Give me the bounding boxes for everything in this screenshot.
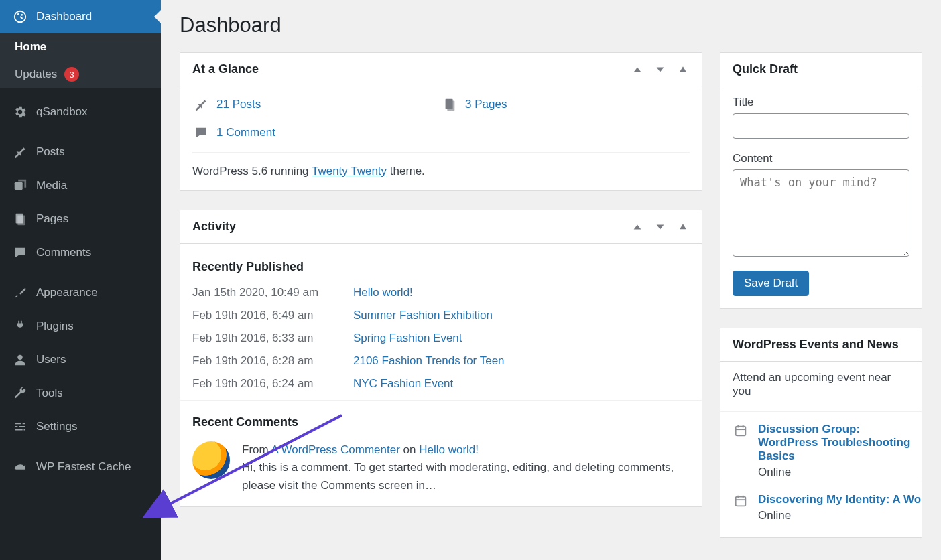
svg-rect-4 [15,182,23,190]
sidebar-item-label: Media [36,179,67,192]
quick-draft-box: Quick Draft Title Content Save Draft [720,52,922,309]
event-location: Online [758,509,921,522]
published-post-link[interactable]: Spring Fashion Event [353,332,462,345]
sidebar-item-label: Tools [36,387,63,400]
sidebar-item-label: WP Fastest Cache [36,460,131,474]
sidebar-item-settings[interactable]: Settings [0,410,161,443]
svg-point-7 [17,355,22,360]
sidebar-item-qsandbox[interactable]: qSandbox [0,95,161,129]
sidebar-item-tools[interactable]: Tools [0,376,161,410]
published-post-link[interactable]: Summer Fashion Exhibition [353,309,493,322]
move-down-button[interactable] [653,63,667,76]
svg-rect-9 [447,101,454,111]
sidebar-item-label: Dashboard [36,10,92,23]
brush-icon [12,285,28,301]
sidebar-item-dashboard[interactable]: Dashboard [0,0,161,33]
page-title: Dashboard [180,13,922,38]
glance-pages-link[interactable]: 3 Pages [441,96,690,113]
toggle-button[interactable] [676,63,690,76]
admin-sidebar: Dashboard Home Updates 3 qSandbox Posts … [0,0,161,560]
glance-posts-link[interactable]: 21 Posts [192,96,441,113]
comment-post-link[interactable]: Hello world! [419,443,479,456]
glance-comments-text: 1 Comment [216,126,275,139]
events-desc: Attend an upcoming event near you [733,371,909,398]
activity-title: Activity [192,220,236,234]
svg-point-2 [21,14,23,16]
gear-icon [12,104,28,120]
at-a-glance-title: At a Glance [192,62,259,76]
dashboard-icon [12,9,28,25]
user-icon [12,352,28,368]
sidebar-item-label: Users [36,353,66,366]
published-row: Feb 19th 2016, 6:28 am2106 Fashion Trend… [192,354,690,368]
avatar [192,441,230,479]
move-down-button[interactable] [653,220,667,234]
sidebar-subitem-label: Updates [15,68,57,80]
events-title: WordPress Events and News [733,338,899,352]
updates-badge: 3 [64,67,79,82]
quick-draft-title-label: Title [733,96,909,109]
save-draft-button[interactable]: Save Draft [733,271,809,296]
sidebar-item-label: Appearance [36,286,98,299]
event-link[interactable]: Discussion Group: WordPress Troubleshoot… [758,423,910,462]
events-news-box: WordPress Events and News Attend an upco… [720,328,922,538]
sidebar-subitem-updates[interactable]: Updates 3 [0,60,161,88]
sidebar-item-media[interactable]: Media [0,169,161,202]
cheetah-icon [12,459,28,475]
sidebar-item-comments[interactable]: Comments [0,236,161,269]
recent-comments-heading: Recent Comments [192,415,702,429]
comment-author-link[interactable]: A WordPress Commenter [271,443,399,456]
activity-box: Activity Recently Published Jan 15th 202… [180,210,702,507]
calendar-icon [733,423,749,439]
event-row: Discovering My Identity: A WoOnline [720,482,922,525]
sidebar-item-wp-fastest-cache[interactable]: WP Fastest Cache [0,450,161,484]
published-row: Jan 15th 2020, 10:49 amHello world! [192,286,690,299]
published-row: Feb 19th 2016, 6:49 amSummer Fashion Exh… [192,309,690,322]
sidebar-item-plugins[interactable]: Plugins [0,309,161,343]
event-link[interactable]: Discovering My Identity: A Wo [758,493,921,506]
pages-icon [12,211,28,227]
sidebar-item-label: Posts [36,145,65,159]
pin-icon [192,96,210,113]
recently-published-heading: Recently Published [192,260,690,274]
quick-draft-title-input[interactable] [733,113,909,139]
sidebar-item-posts[interactable]: Posts [0,135,161,169]
published-post-link[interactable]: Hello world! [353,286,413,299]
glance-posts-text: 21 Posts [216,98,261,111]
svg-rect-6 [17,216,25,226]
event-row: Discussion Group: WordPress Troubleshoot… [720,411,922,482]
sliders-icon [12,419,28,435]
svg-rect-10 [736,427,746,436]
sidebar-item-appearance[interactable]: Appearance [0,276,161,309]
calendar-icon [733,493,749,509]
svg-rect-14 [736,497,746,506]
svg-line-3 [20,17,23,19]
move-up-button[interactable] [631,63,644,76]
sidebar-item-label: qSandbox [36,105,88,119]
quick-draft-content-input[interactable] [733,169,909,257]
published-date: Feb 19th 2016, 6:49 am [192,309,353,322]
theme-link[interactable]: Twenty Twenty [312,165,387,178]
pages-icon [441,96,458,113]
published-row: Feb 19th 2016, 6:33 amSpring Fashion Eve… [192,332,690,345]
wrench-icon [12,385,28,401]
wp-version-text: WordPress 5.6 running Twenty Twenty them… [192,152,690,178]
svg-point-1 [17,13,19,15]
comment-text: Hi, this is a comment. To get started wi… [242,461,674,491]
glance-comments-link[interactable]: 1 Comment [192,124,441,141]
sidebar-item-label: Plugins [36,320,74,333]
published-post-link[interactable]: NYC Fashion Event [353,377,453,391]
glance-pages-text: 3 Pages [465,98,507,111]
comment-body: From A WordPress Commenter on Hello worl… [242,441,690,494]
published-post-link[interactable]: 2106 Fashion Trends for Teen [353,354,505,368]
sidebar-item-label: Settings [36,420,77,433]
published-date: Feb 19th 2016, 6:24 am [192,377,353,391]
published-date: Jan 15th 2020, 10:49 am [192,286,353,299]
media-icon [12,178,28,194]
published-date: Feb 19th 2016, 6:33 am [192,332,353,345]
sidebar-item-pages[interactable]: Pages [0,202,161,236]
toggle-button[interactable] [676,220,690,234]
sidebar-subitem-home[interactable]: Home [0,33,161,60]
move-up-button[interactable] [631,220,644,234]
sidebar-item-users[interactable]: Users [0,343,161,376]
